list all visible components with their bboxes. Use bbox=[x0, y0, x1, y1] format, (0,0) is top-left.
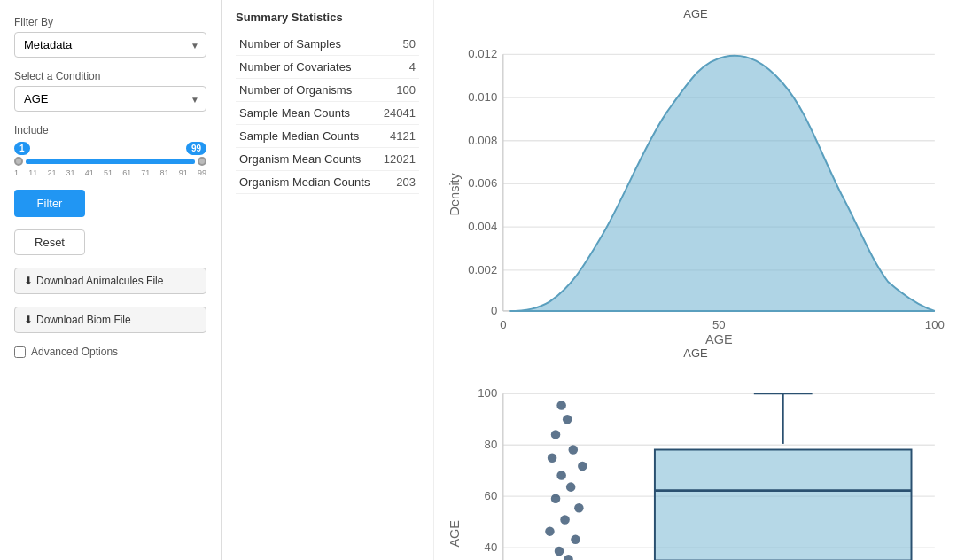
advanced-options-row: Advanced Options bbox=[14, 346, 206, 358]
slider-track[interactable] bbox=[26, 159, 195, 164]
svg-text:100: 100 bbox=[478, 387, 497, 401]
boxplot-chart-svg: 100 80 60 40 20 0 AGE AGE bbox=[445, 362, 946, 560]
svg-text:0: 0 bbox=[500, 318, 506, 331]
svg-text:0.008: 0.008 bbox=[468, 134, 497, 147]
svg-point-45 bbox=[574, 503, 584, 513]
stats-row-value: 4121 bbox=[378, 125, 419, 148]
stats-row-label: Number of Covariates bbox=[236, 56, 378, 79]
svg-point-49 bbox=[555, 547, 564, 556]
stats-row-value: 203 bbox=[378, 171, 419, 194]
stats-row: Number of Samples50 bbox=[236, 33, 419, 56]
advanced-options-label: Advanced Options bbox=[31, 346, 118, 358]
svg-point-41 bbox=[578, 462, 587, 471]
slider-container: 1 99 1 11 21 31 41 51 61 71 81 91 bbox=[14, 142, 206, 177]
svg-point-48 bbox=[571, 535, 580, 545]
middle-panel: Summary Statistics Number of Samples50Nu… bbox=[222, 0, 434, 560]
svg-point-42 bbox=[556, 471, 566, 481]
download-animalcules-button[interactable]: ⬇Download Animalcules File bbox=[14, 268, 206, 294]
condition-select[interactable]: AGE Sex BMI bbox=[14, 86, 206, 112]
reset-button-row: Reset bbox=[14, 229, 206, 255]
stats-row: Sample Median Counts4121 bbox=[236, 125, 419, 148]
filter-by-section: Filter By Metadata Taxonomy bbox=[14, 16, 206, 58]
filter-by-select[interactable]: Metadata Taxonomy bbox=[14, 32, 206, 58]
svg-point-38 bbox=[551, 431, 561, 440]
download-animalcules-row: ⬇Download Animalcules File bbox=[14, 268, 206, 294]
svg-point-37 bbox=[563, 415, 572, 424]
stats-row: Number of Covariates4 bbox=[236, 56, 419, 79]
svg-text:100: 100 bbox=[925, 318, 945, 331]
svg-point-43 bbox=[566, 483, 576, 493]
filter-by-label: Filter By bbox=[14, 16, 206, 28]
stats-row: Organism Median Counts203 bbox=[236, 171, 419, 194]
svg-text:0.002: 0.002 bbox=[468, 263, 497, 276]
svg-text:AGE: AGE bbox=[705, 332, 733, 346]
reset-button[interactable]: Reset bbox=[14, 229, 85, 255]
slider-right-handle[interactable] bbox=[198, 157, 206, 166]
advanced-options-checkbox[interactable] bbox=[14, 346, 26, 358]
svg-text:80: 80 bbox=[485, 439, 498, 452]
density-chart-svg: 0.012 0.010 0.008 0.006 0.004 0.002 0 De… bbox=[445, 22, 946, 354]
include-section: Include 1 99 1 11 21 31 41 51 bbox=[14, 124, 206, 177]
slider-track-row bbox=[14, 157, 206, 166]
svg-point-44 bbox=[551, 494, 561, 504]
boxplot-box bbox=[655, 450, 912, 560]
stats-row-label: Number of Samples bbox=[236, 33, 378, 56]
slider-min-bubble: 1 bbox=[14, 142, 30, 155]
condition-section: Select a Condition AGE Sex BMI bbox=[14, 70, 206, 112]
density-chart-title: AGE bbox=[445, 7, 946, 20]
svg-point-46 bbox=[560, 516, 570, 525]
svg-text:0.006: 0.006 bbox=[468, 176, 497, 190]
slider-ticks: 1 11 21 31 41 51 61 71 81 91 99 bbox=[14, 168, 206, 177]
svg-text:40: 40 bbox=[485, 541, 498, 554]
download-animalcules-label: Download Animalcules File bbox=[36, 275, 163, 287]
density-chart-container: AGE 0.012 0.010 0.008 0.006 0.004 0.002 … bbox=[445, 7, 946, 339]
stats-row-value: 12021 bbox=[378, 148, 419, 171]
boxplot-chart-container: AGE 100 80 60 40 20 0 AGE AGE bbox=[445, 346, 946, 560]
download-biom-icon: ⬇ bbox=[24, 314, 33, 326]
svg-point-47 bbox=[545, 527, 555, 537]
right-panel: AGE 0.012 0.010 0.008 0.006 0.004 0.002 … bbox=[434, 0, 957, 560]
slider-left-handle[interactable] bbox=[14, 157, 23, 166]
stats-row-value: 100 bbox=[378, 79, 419, 102]
stats-row: Sample Mean Counts24041 bbox=[236, 102, 419, 125]
svg-point-39 bbox=[569, 446, 579, 455]
boxplot-chart-title: AGE bbox=[445, 346, 946, 360]
stats-title: Summary Statistics bbox=[236, 11, 419, 24]
bubble-row: 1 99 bbox=[14, 142, 206, 155]
left-panel: Filter By Metadata Taxonomy Select a Con… bbox=[0, 0, 222, 560]
download-animalcules-icon: ⬇ bbox=[24, 275, 33, 287]
filter-button-row: Filter bbox=[14, 190, 206, 217]
svg-point-50 bbox=[564, 555, 573, 560]
stats-row-value: 50 bbox=[378, 33, 419, 56]
stats-row-label: Organism Median Counts bbox=[236, 171, 378, 194]
stats-row-label: Sample Mean Counts bbox=[236, 102, 378, 125]
stats-row-label: Number of Organisms bbox=[236, 79, 378, 102]
svg-text:0.010: 0.010 bbox=[468, 90, 497, 104]
download-biom-button[interactable]: ⬇Download Biom File bbox=[14, 307, 206, 333]
svg-point-40 bbox=[548, 454, 557, 463]
stats-row: Organism Mean Counts12021 bbox=[236, 148, 419, 171]
svg-text:60: 60 bbox=[485, 489, 498, 502]
download-biom-label: Download Biom File bbox=[36, 314, 131, 326]
slider-max-bubble: 99 bbox=[186, 142, 206, 155]
filter-by-wrapper: Metadata Taxonomy bbox=[14, 32, 206, 58]
svg-text:0.012: 0.012 bbox=[468, 47, 497, 60]
condition-label: Select a Condition bbox=[14, 70, 206, 82]
download-biom-row: ⬇Download Biom File bbox=[14, 307, 206, 333]
filter-button[interactable]: Filter bbox=[14, 190, 85, 217]
svg-text:50: 50 bbox=[712, 318, 726, 331]
stats-row-label: Organism Mean Counts bbox=[236, 148, 378, 171]
condition-wrapper: AGE Sex BMI bbox=[14, 86, 206, 112]
stats-row-label: Sample Median Counts bbox=[236, 125, 378, 148]
svg-text:Density: Density bbox=[447, 172, 462, 215]
dot bbox=[556, 401, 566, 411]
svg-text:0: 0 bbox=[491, 304, 497, 317]
stats-table: Number of Samples50Number of Covariates4… bbox=[236, 33, 419, 194]
include-label: Include bbox=[14, 124, 206, 136]
stats-row-value: 4 bbox=[378, 56, 419, 79]
svg-text:AGE: AGE bbox=[447, 520, 462, 548]
svg-text:0.004: 0.004 bbox=[468, 220, 497, 233]
stats-row: Number of Organisms100 bbox=[236, 79, 419, 102]
stats-row-value: 24041 bbox=[378, 102, 419, 125]
